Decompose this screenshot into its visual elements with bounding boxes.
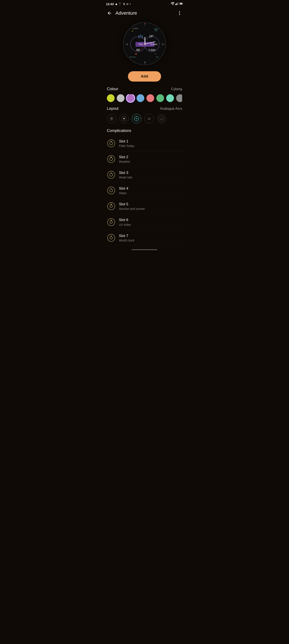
color-swatch-1[interactable] <box>117 94 124 102</box>
complication-slot-1[interactable]: Slot 1 Fitbit Today <box>103 136 186 151</box>
slot-2-label: Slot 2 <box>119 155 130 160</box>
slot-2-text: Slot 2 Weather <box>119 155 130 163</box>
status-time: 12:43 <box>106 2 114 6</box>
layout-option-2[interactable] <box>132 114 141 123</box>
location-icon: ◀ <box>115 2 117 6</box>
complication-slot-3[interactable]: Slot 3 Heart rate <box>103 167 186 183</box>
slot-7-icon <box>107 234 115 242</box>
slot-4-icon <box>107 186 115 195</box>
layout-option-4[interactable]: 12 <box>157 114 166 123</box>
svg-line-19 <box>162 54 163 55</box>
svg-point-85 <box>107 156 115 163</box>
svg-text:UV 3: UV 3 <box>154 28 158 30</box>
status-bar: 12:43 ◀ 📱 𝕏 M ● <box>103 0 186 7</box>
svg-point-66 <box>124 116 124 117</box>
svg-text:FULL: FULL <box>156 56 159 58</box>
svg-point-55 <box>144 44 145 44</box>
svg-point-72 <box>126 117 126 117</box>
colour-value: Cyborg <box>171 87 182 91</box>
slot-7-text: Slot 7 World clock <box>119 234 134 242</box>
color-swatch-3[interactable] <box>137 94 144 102</box>
slot-2-icon <box>107 155 115 163</box>
slot-6-value: UV index <box>119 223 131 226</box>
svg-point-84 <box>111 141 112 142</box>
svg-point-86 <box>110 158 113 160</box>
svg-point-98 <box>107 218 115 226</box>
color-swatch-0[interactable] <box>107 94 115 102</box>
color-swatch-6[interactable] <box>166 94 174 102</box>
layout-option-1[interactable] <box>119 114 129 123</box>
svg-line-62 <box>112 120 113 120</box>
svg-point-65 <box>123 118 125 120</box>
dot-icon: ● <box>130 3 131 5</box>
svg-point-71 <box>126 120 126 121</box>
battery-icon <box>180 2 183 6</box>
svg-point-103 <box>111 236 112 236</box>
svg-point-90 <box>110 173 113 176</box>
complication-slot-2[interactable]: Slot 2 Weather <box>103 151 186 167</box>
home-indicator <box>103 246 186 252</box>
slot-6-label: Slot 6 <box>119 218 131 222</box>
back-button[interactable] <box>105 9 114 18</box>
svg-point-93 <box>110 189 113 192</box>
svg-line-64 <box>110 120 111 120</box>
svg-rect-7 <box>180 3 182 4</box>
svg-point-36 <box>140 36 141 38</box>
svg-text:7,500: 7,500 <box>148 48 155 52</box>
add-button[interactable]: Add <box>128 71 161 82</box>
svg-text:24 MAY: 24 MAY <box>150 43 158 46</box>
add-button-container: Add <box>103 70 186 87</box>
svg-point-97 <box>111 204 112 205</box>
whatsapp-icon: 📱 <box>118 2 122 6</box>
svg-line-63 <box>112 117 113 118</box>
more-options-button[interactable] <box>175 9 184 18</box>
svg-point-56 <box>111 118 112 119</box>
svg-point-70 <box>122 117 123 117</box>
svg-line-20 <box>155 62 156 63</box>
svg-point-76 <box>136 116 137 117</box>
slot-3-label: Slot 3 <box>119 170 132 175</box>
svg-rect-6 <box>182 3 183 4</box>
layout-option-0[interactable] <box>107 114 116 123</box>
color-swatch-2[interactable] <box>127 94 134 102</box>
svg-text:12: 12 <box>160 118 163 120</box>
svg-point-77 <box>136 120 137 121</box>
slot-3-text: Slot 3 Heart rate <box>119 170 132 179</box>
slot-5-value: Sunrise and sunset <box>119 207 145 210</box>
colour-swatches <box>107 94 182 103</box>
wifi-icon <box>171 2 174 6</box>
color-swatch-5[interactable] <box>156 94 164 102</box>
complications-section: Complications Slot 1 Fitbit Today Slot <box>103 127 186 246</box>
svg-point-9 <box>179 11 180 12</box>
slot-2-value: Weather <box>119 160 130 163</box>
svg-point-94 <box>111 188 112 189</box>
svg-text:THU: THU <box>138 43 143 46</box>
color-swatch-7[interactable] <box>176 94 182 102</box>
layout-options: 12 12 <box>107 114 182 123</box>
svg-point-74 <box>134 116 139 121</box>
slot-5-text: Slot 5 Sunrise and sunset <box>119 202 145 210</box>
svg-text:6: 6 <box>144 61 146 64</box>
svg-point-100 <box>111 220 112 220</box>
complication-slot-7[interactable]: Slot 7 World clock <box>103 230 186 246</box>
slot-6-text: Slot 6 UV index <box>119 218 131 226</box>
slot-4-value: Steps <box>119 191 128 195</box>
svg-text:19°: 19° <box>149 34 154 38</box>
svg-point-101 <box>107 234 115 242</box>
slot-6-icon <box>107 218 115 226</box>
complication-slot-4[interactable]: Slot 4 Steps <box>103 183 186 198</box>
slot-7-value: World clock <box>119 239 134 242</box>
svg-point-37 <box>142 37 143 38</box>
colour-header: Colour Cyborg <box>107 87 182 91</box>
colour-title: Colour <box>107 87 118 91</box>
color-swatch-4[interactable] <box>146 94 154 102</box>
svg-point-11 <box>179 14 180 15</box>
complication-slot-5[interactable]: Slot 5 Sunrise and sunset <box>103 198 186 214</box>
complication-slot-6[interactable]: Slot 6 UV index <box>103 214 186 230</box>
svg-point-95 <box>107 202 115 210</box>
svg-point-10 <box>179 13 180 14</box>
svg-text:🌙: 🌙 <box>131 30 133 32</box>
svg-rect-4 <box>178 2 179 5</box>
layout-option-3[interactable]: 12 <box>144 114 154 123</box>
svg-text:9: 9 <box>127 43 128 46</box>
